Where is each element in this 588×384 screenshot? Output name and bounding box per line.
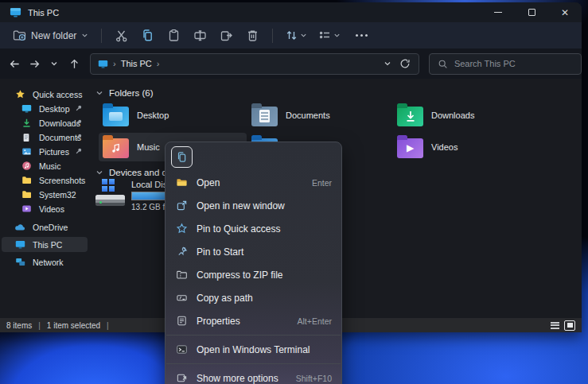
sidebar-item-label: Pictures	[39, 147, 69, 157]
more-icon	[360, 34, 363, 37]
menu-item-open[interactable]: Open Enter	[165, 171, 341, 194]
folder-tile-downloads[interactable]: Downloads	[393, 101, 541, 130]
context-menu-command-bar	[165, 142, 341, 171]
selected-count: 1 item selected	[47, 321, 100, 330]
breadcrumb[interactable]: › This PC ›	[90, 53, 419, 75]
refresh-icon[interactable]	[399, 58, 411, 69]
maximize-button[interactable]	[515, 2, 548, 22]
search-box[interactable]	[429, 53, 582, 75]
folders-section-header[interactable]: Folders (6)	[95, 88, 154, 98]
search-icon	[438, 59, 448, 69]
menu-item-shortcut: Alt+Enter	[298, 316, 332, 326]
sidebar-item-network[interactable]: Network	[2, 254, 88, 270]
terminal-icon	[175, 343, 188, 355]
folder-tile-videos[interactable]: ▶ Videos	[393, 133, 541, 161]
videos-icon	[21, 204, 32, 214]
breadcrumb-separator: ›	[113, 59, 116, 68]
copy-icon	[176, 151, 188, 163]
folder-tile-desktop[interactable]: Desktop	[99, 101, 247, 130]
folder-tile-documents[interactable]: Documents	[247, 101, 395, 130]
copy-button[interactable]	[171, 146, 193, 168]
search-input[interactable]	[454, 59, 566, 68]
share-button[interactable]	[213, 25, 239, 46]
sidebar-item-system32[interactable]: System32	[2, 187, 88, 202]
menu-item-show-more-options[interactable]: Show more options Shift+F10	[165, 367, 341, 384]
collapse-chevron-icon	[95, 89, 103, 97]
sidebar-item-screenshots[interactable]: Screenshots	[2, 173, 88, 188]
chevron-down-icon	[300, 32, 307, 39]
devices-section-header[interactable]: Devices and dri	[95, 168, 172, 177]
new-window-icon	[175, 200, 188, 211]
rename-button[interactable]	[187, 25, 213, 46]
breadcrumb-location[interactable]: This PC	[121, 59, 152, 68]
sidebar-item-label: Screenshots	[39, 176, 85, 185]
pin-icon	[75, 147, 83, 155]
copy-path-icon	[175, 292, 188, 304]
this-pc-icon	[98, 59, 108, 69]
see-more-button[interactable]	[346, 34, 377, 37]
sort-button[interactable]	[279, 25, 313, 46]
thumbnail-view-button[interactable]	[564, 320, 575, 331]
copy-button[interactable]	[134, 25, 161, 46]
pin-icon	[75, 104, 83, 112]
view-icon	[318, 29, 332, 42]
sidebar-item-onedrive[interactable]: OneDrive	[2, 219, 88, 235]
menu-item-compress-to-zip[interactable]: Compress to ZIP file	[165, 263, 341, 286]
close-button[interactable]: ✕	[548, 2, 582, 22]
menu-item-open-in-windows-terminal[interactable]: Open in Windows Terminal	[165, 338, 341, 361]
cut-button[interactable]	[108, 25, 134, 46]
view-button[interactable]	[313, 25, 346, 46]
up-button[interactable]	[64, 54, 84, 73]
star-outline-icon	[175, 223, 188, 235]
music-icon	[21, 161, 32, 171]
menu-item-label: Pin to Start	[197, 246, 243, 258]
maximize-icon	[528, 9, 535, 16]
menu-item-pin-to-start[interactable]: Pin to Start	[165, 240, 341, 263]
windows-logo-icon	[102, 179, 115, 192]
sidebar-item-this-pc[interactable]: This PC	[2, 237, 88, 252]
address-bar-row: › This PC ›	[0, 48, 582, 79]
sidebar-item-label: Quick access	[33, 90, 82, 99]
document-icon	[21, 133, 32, 142]
menu-item-label: Show more options	[197, 373, 278, 384]
menu-item-copy-as-path[interactable]: Copy as path	[165, 286, 341, 309]
paste-icon	[167, 29, 181, 42]
chevron-down-icon	[81, 32, 88, 39]
sidebar-item-documents[interactable]: Documents	[2, 130, 88, 145]
sidebar-item-quick-access[interactable]: Quick access	[2, 87, 88, 102]
menu-item-properties[interactable]: Properties Alt+Enter	[165, 309, 341, 332]
details-view-button[interactable]	[551, 322, 559, 329]
address-dropdown-icon[interactable]	[384, 60, 391, 68]
back-button[interactable]	[5, 54, 24, 73]
items-count: 8 items	[6, 321, 32, 330]
menu-item-open-in-new-window[interactable]: Open in new window	[165, 194, 341, 217]
new-folder-button[interactable]: New folder	[6, 25, 95, 46]
new-folder-icon	[13, 29, 26, 42]
onedrive-icon	[14, 222, 25, 233]
breadcrumb-actions	[384, 58, 419, 69]
sidebar-item-music[interactable]: Music	[2, 158, 88, 173]
show-more-icon	[175, 372, 188, 384]
recent-locations-button[interactable]	[45, 54, 64, 73]
pin-icon	[75, 118, 83, 126]
forward-button[interactable]	[25, 54, 44, 73]
paste-button[interactable]	[161, 25, 187, 46]
up-icon	[68, 58, 80, 70]
sidebar-item-pictures[interactable]: Pictures	[2, 144, 88, 159]
section-header-label: Devices and dri	[109, 168, 172, 177]
sidebar-item-desktop[interactable]: Desktop	[2, 101, 88, 116]
sidebar-item-videos[interactable]: Videos	[2, 201, 88, 216]
videos-folder-icon: ▶	[397, 138, 423, 158]
local-disk-icon	[95, 179, 127, 209]
sidebar-item-downloads[interactable]: Downloads	[2, 115, 88, 130]
menu-item-label: Open in Windows Terminal	[197, 344, 310, 355]
minimize-button[interactable]	[481, 2, 515, 22]
delete-icon	[246, 29, 259, 42]
menu-item-label: Pin to Quick access	[197, 223, 280, 235]
sidebar-item-label: Videos	[39, 204, 64, 214]
sidebar-item-label: Desktop	[39, 104, 70, 114]
window-title: This PC	[28, 8, 59, 17]
menu-item-pin-to-quick-access[interactable]: Pin to Quick access	[165, 217, 341, 240]
delete-button[interactable]	[239, 25, 266, 46]
desktop-folder-icon	[103, 107, 129, 126]
